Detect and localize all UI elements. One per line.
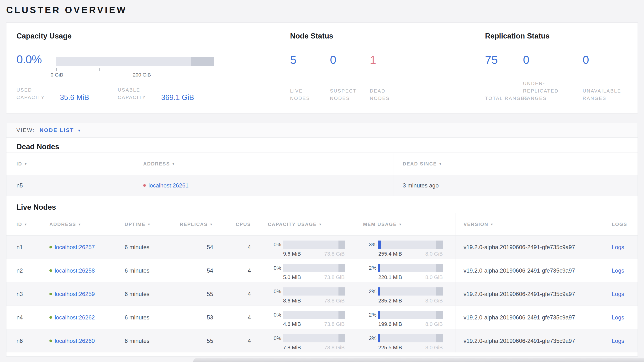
- usage-total-value: 8.0 GiB: [425, 274, 443, 280]
- capacity-usage-cell-labels: 4.6 MiB73.8 GiB: [283, 321, 345, 327]
- dead-nodes-title: Dead Nodes: [16, 142, 638, 152]
- dead-column-header-address[interactable]: ADDRESS▼: [135, 153, 394, 175]
- stat-value: 1: [370, 53, 422, 67]
- column-label: REPLICAS: [180, 222, 208, 227]
- mem-usage-cell-labels: 225.5 MiB8.0 GiB: [378, 344, 443, 351]
- usage-bar-fill: [378, 264, 380, 272]
- node-id-cell: n1: [6, 236, 41, 259]
- axis-tick: [99, 68, 100, 71]
- capacity-usage-cell: 0%9.6 MiB73.8 GiB: [262, 236, 357, 259]
- stat-value: 0: [583, 53, 638, 67]
- capacity-usage-cell-labels: 8.6 MiB73.8 GiB: [283, 298, 345, 304]
- replicas-cell: 55: [166, 282, 225, 306]
- usage-total-value: 8.0 GiB: [425, 344, 443, 351]
- axis-tick: [185, 68, 185, 71]
- stat-label: LIVE NODES: [290, 87, 325, 102]
- live-status-dot: [50, 293, 52, 295]
- node-address-link[interactable]: localhost:26257: [55, 244, 95, 251]
- capacity-usage-cell-labels: 7.8 MiB73.8 GiB: [283, 344, 345, 351]
- live-status-dot: [50, 316, 52, 319]
- column-label: ID: [16, 161, 22, 167]
- usage-percent-label: 0%: [268, 335, 281, 341]
- cpus-cell: 4: [225, 306, 262, 329]
- summary-stat: 0SUSPECT NODES: [330, 53, 370, 102]
- usage-percent-label: 0%: [268, 242, 281, 248]
- axis-tick: [142, 68, 142, 71]
- version-cell: v19.2.0-alpha.20190606-2491-gfe735c9a97: [455, 259, 605, 282]
- usage-total-value: 8.0 GiB: [425, 251, 443, 257]
- live-column-header-version[interactable]: VERSION▼: [455, 213, 605, 235]
- uptime-cell: 6 minutes: [113, 306, 166, 329]
- summary-stat: 75TOTAL RANGES: [485, 53, 523, 102]
- view-dropdown-selected: NODE LIST: [40, 127, 74, 133]
- sort-arrow-icon: ▼: [24, 162, 28, 166]
- logs-link[interactable]: Logs: [612, 267, 624, 274]
- live-column-header-address[interactable]: ADDRESS▼: [41, 213, 113, 235]
- capacity-usage-cell: 0%4.6 MiB73.8 GiB: [262, 306, 357, 329]
- usage-bar-reserved-segment: [436, 241, 443, 249]
- capacity-usage-section: Capacity Usage 0.0% 0 GiB200 GiB USED CA…: [6, 23, 290, 113]
- mem-usage-cell-labels: 255.4 MiB8.0 GiB: [378, 251, 443, 257]
- stat-label: USED CAPACITY: [16, 86, 58, 101]
- cpus-cell: 4: [225, 259, 262, 282]
- capacity-bar-chart: 0 GiB200 GiB: [56, 53, 214, 78]
- live-nodes-header-row: ID▼ADDRESS▼UPTIME▼REPLICAS▼CPUSCAPACITY …: [6, 213, 638, 236]
- cpus-cell: 4: [225, 236, 262, 259]
- capacity-stat: USED CAPACITY35.6 MiB: [16, 86, 89, 101]
- dead-nodes-header-row: ID▼ADDRESS▼DEAD SINCE▼: [6, 152, 638, 175]
- mem-usage-cell: 2%220.1 MiB8.0 GiB: [357, 259, 455, 282]
- capacity-usage-cell-labels: 9.6 MiB73.8 GiB: [283, 251, 345, 257]
- usage-bar-reserved-segment: [338, 287, 345, 295]
- logs-link[interactable]: Logs: [612, 244, 624, 251]
- usage-used-value: 255.4 MiB: [378, 251, 402, 257]
- column-label: CAPACITY USAGE: [268, 222, 317, 227]
- live-status-dot: [50, 269, 52, 272]
- capacity-bar-reserved-segment: [191, 57, 214, 66]
- uptime-cell: 6 minutes: [113, 329, 166, 352]
- logs-link[interactable]: Logs: [612, 314, 624, 321]
- usage-used-value: 9.6 MiB: [283, 251, 301, 257]
- logs-link[interactable]: Logs: [612, 291, 624, 297]
- version-cell: v19.2.0-alpha.20190606-2491-gfe735c9a97: [455, 282, 605, 306]
- node-status-title: Node Status: [290, 32, 485, 40]
- table-row: n3localhost:262596 minutes5540%8.6 MiB73…: [6, 282, 638, 306]
- dead-column-header-id[interactable]: ID▼: [6, 153, 135, 175]
- node-address-link[interactable]: localhost:26260: [55, 338, 95, 344]
- node-address-link[interactable]: localhost:26259: [55, 291, 95, 297]
- usage-total-value: 73.8 GiB: [324, 274, 345, 280]
- column-label: UPTIME: [124, 222, 146, 227]
- usage-bar-reserved-segment: [436, 311, 443, 319]
- column-label: DEAD SINCE: [403, 161, 437, 167]
- node-address-cell: localhost:26257: [41, 236, 113, 259]
- sort-arrow-icon: ▼: [24, 223, 28, 226]
- stat-value: 369.1 GiB: [161, 93, 194, 102]
- live-column-header-replicas[interactable]: REPLICAS▼: [166, 213, 225, 235]
- column-label: ID: [16, 222, 22, 227]
- node-address-link[interactable]: localhost:26258: [55, 267, 95, 274]
- sort-arrow-icon: ▼: [439, 162, 442, 166]
- capacity-usage-cell: 0%7.8 MiB73.8 GiB: [262, 329, 357, 352]
- chevron-down-icon: ▼: [77, 128, 81, 132]
- logs-link[interactable]: Logs: [612, 338, 624, 344]
- sort-arrow-icon: ▼: [319, 223, 322, 226]
- dead-column-header-dead-since[interactable]: DEAD SINCE▼: [394, 153, 638, 175]
- usage-total-value: 8.0 GiB: [425, 298, 443, 304]
- node-address-link[interactable]: localhost:26261: [148, 182, 188, 189]
- capacity-stats: USED CAPACITY35.6 MiBUSABLE CAPACITY369.…: [16, 86, 290, 101]
- usage-bar-reserved-segment: [338, 334, 345, 342]
- live-column-header-capacity-usage[interactable]: CAPACITY USAGE▼: [262, 213, 357, 235]
- view-dropdown[interactable]: NODE LIST ▼: [40, 127, 81, 133]
- stat-label: UNDER-REPLICATED RANGES: [523, 80, 570, 102]
- live-column-header-mem-usage[interactable]: MEM USAGE▼: [357, 213, 455, 235]
- sort-arrow-icon: ▼: [210, 223, 213, 226]
- dead-status-dot: [143, 184, 146, 187]
- stat-value: 5: [290, 53, 330, 67]
- uptime-cell: 6 minutes: [113, 236, 166, 259]
- live-column-header-uptime[interactable]: UPTIME▼: [113, 213, 166, 235]
- node-address-link[interactable]: localhost:26262: [55, 314, 95, 321]
- stat-value: 0: [330, 53, 370, 67]
- node-status-stats: 5LIVE NODES0SUSPECT NODES1DEAD NODES: [290, 53, 485, 102]
- dead-nodes-body: n5localhost:262613 minutes ago: [6, 175, 638, 196]
- stat-label: SUSPECT NODES: [330, 87, 364, 102]
- live-column-header-id[interactable]: ID▼: [6, 213, 41, 235]
